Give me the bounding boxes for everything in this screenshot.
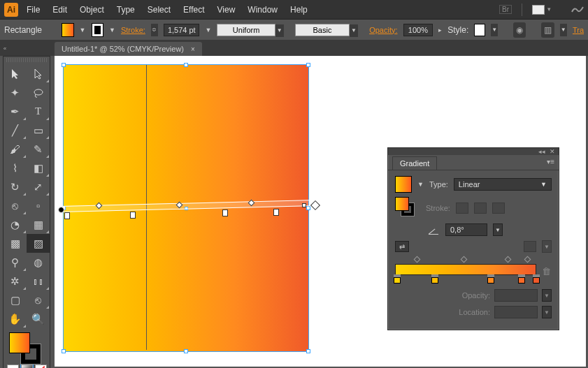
resize-handle[interactable] (62, 63, 66, 67)
stroke-weight-stepper[interactable]: ≎ (151, 24, 158, 36)
gradient-stop[interactable] (64, 212, 70, 219)
pencil-tool[interactable]: ✎ (27, 140, 50, 159)
fill-indicator[interactable] (9, 332, 30, 353)
rectangle-tool[interactable]: ▭ (27, 121, 50, 140)
align-dropdown-icon[interactable]: ▼ (560, 24, 567, 36)
gradient-endpoint-stop[interactable] (302, 203, 306, 207)
stroke-weight-dropdown-icon[interactable]: ▼ (205, 27, 211, 34)
gradient-stop[interactable] (222, 209, 228, 216)
align-button[interactable]: ▥ (541, 22, 554, 38)
direct-selection-tool[interactable] (27, 64, 50, 83)
graphic-style-swatch[interactable] (474, 24, 485, 36)
gradient-angle-dropdown-icon[interactable]: ▼ (493, 223, 503, 236)
gradient-angle-field[interactable]: 0,8° (445, 223, 487, 236)
ramp-midpoint[interactable] (461, 256, 468, 263)
menu-view[interactable]: View (217, 5, 236, 15)
tools-panel-grip[interactable] (6, 58, 47, 62)
symbol-sprayer-tool[interactable]: ✲ (3, 272, 27, 290)
ramp-midpoint[interactable] (414, 256, 421, 263)
pen-tool[interactable]: ✒ (3, 102, 27, 121)
gradient-ramp-bar[interactable] (395, 264, 536, 275)
eraser-tool[interactable]: ◧ (27, 159, 50, 177)
stroke-weight-field[interactable]: 1,574 pt (164, 24, 199, 36)
variable-width-profile[interactable]: Uniform▼ (217, 24, 275, 36)
ramp-color-stop[interactable] (518, 274, 525, 284)
zoom-tool[interactable]: 🔍 (27, 309, 50, 328)
menu-file[interactable]: File (27, 5, 40, 15)
ramp-color-stop[interactable] (533, 274, 540, 284)
menu-select[interactable]: Select (148, 5, 171, 15)
stroke-dropdown-icon[interactable]: ▼ (109, 27, 115, 34)
color-mode-gradient[interactable] (21, 365, 33, 368)
toolbar-expander[interactable]: « (0, 41, 10, 56)
gradient-ramp[interactable]: 🗑 (395, 257, 552, 289)
opacity-field[interactable]: 100% (403, 24, 433, 36)
gradient-tool[interactable]: ▨ (27, 234, 50, 253)
ramp-color-stop[interactable] (394, 274, 401, 284)
menu-edit[interactable]: Edit (52, 5, 67, 15)
color-mode-solid[interactable] (7, 365, 19, 368)
width-tool[interactable]: ⎋ (3, 196, 27, 215)
mesh-tool[interactable]: ▩ (3, 234, 27, 253)
tab-close-icon[interactable]: × (191, 45, 195, 53)
right-dock-grip[interactable] (584, 41, 588, 56)
ramp-color-stop[interactable] (487, 274, 494, 284)
transform-link[interactable]: Tra (573, 26, 584, 34)
selection-tool[interactable] (3, 64, 27, 83)
reverse-gradient-button[interactable]: ⇄ (395, 241, 409, 252)
perspective-grid-tool[interactable]: ▦ (27, 215, 50, 234)
shape-builder-tool[interactable]: ◔ (3, 215, 27, 234)
stroke-swatch[interactable] (92, 23, 104, 37)
resize-handle[interactable] (62, 349, 66, 353)
fill-dropdown-icon[interactable]: ▼ (80, 27, 86, 34)
gradient-preset-dropdown-icon[interactable]: ▼ (417, 181, 424, 188)
menu-type[interactable]: Type (117, 5, 135, 15)
paintbrush-tool[interactable]: 🖌 (3, 140, 27, 159)
menu-window[interactable]: Window (248, 5, 278, 15)
gradient-stop[interactable] (130, 212, 136, 219)
recolor-artwork-button[interactable]: ◉ (513, 22, 526, 38)
bridge-button[interactable]: Br (499, 5, 512, 14)
gradient-type-select[interactable]: Linear▼ (454, 178, 552, 191)
magic-wand-tool[interactable]: ✦ (3, 83, 27, 102)
artboard-tool[interactable]: ▢ (3, 290, 27, 309)
gpu-preview-icon[interactable] (571, 3, 584, 16)
delete-stop-icon[interactable]: 🗑 (540, 265, 552, 277)
hand-tool[interactable]: ✋ (3, 309, 27, 328)
slice-tool[interactable]: ⎋ (27, 290, 50, 309)
blob-brush-tool[interactable]: ⌇ (3, 159, 27, 177)
opacity-dropdown-icon[interactable]: ▸ (438, 27, 442, 34)
graphic-style-dropdown-icon[interactable]: ▼ (491, 24, 498, 36)
type-tool[interactable]: T (27, 102, 50, 121)
panel-fill-stroke-indicator[interactable] (395, 197, 417, 219)
line-segment-tool[interactable]: ╱ (3, 121, 27, 140)
resize-handle[interactable] (184, 63, 188, 67)
gradient-origin-handle[interactable] (58, 207, 64, 213)
color-mode-none[interactable] (35, 365, 47, 368)
eyedropper-tool[interactable]: ⚲ (3, 253, 27, 272)
gradient-stop[interactable] (273, 209, 279, 216)
fill-stroke-indicator[interactable] (3, 331, 50, 363)
resize-handle[interactable] (306, 63, 310, 67)
menu-object[interactable]: Object (80, 5, 104, 15)
gradient-panel-tab[interactable]: Gradient (392, 156, 437, 170)
free-transform-tool[interactable]: ▫ (27, 196, 50, 215)
panel-collapse-icon[interactable]: ◂◂ (538, 148, 545, 155)
arrange-documents-button[interactable] (532, 5, 545, 15)
rotate-tool[interactable]: ↻ (3, 177, 27, 196)
panel-menu-icon[interactable]: ▾≡ (547, 158, 554, 165)
gradient-fill-preview[interactable] (395, 176, 412, 193)
document-tab[interactable]: Untitled-1* @ 52% (CMYK/Preview) × (55, 42, 202, 56)
blend-tool[interactable]: ◍ (27, 253, 50, 272)
ramp-midpoint[interactable] (505, 256, 512, 263)
menu-help[interactable]: Help (290, 5, 308, 15)
resize-handle[interactable] (306, 206, 310, 210)
scale-tool[interactable]: ⤢ (27, 177, 50, 196)
ramp-color-stop[interactable] (431, 274, 438, 284)
ramp-midpoint[interactable] (524, 256, 531, 263)
menu-effect[interactable]: Effect (183, 5, 204, 15)
panel-close-icon[interactable]: ✕ (550, 148, 555, 155)
fill-swatch[interactable] (62, 23, 74, 37)
column-graph-tool[interactable]: ⫾⫾ (27, 272, 50, 290)
resize-handle[interactable] (306, 349, 310, 353)
